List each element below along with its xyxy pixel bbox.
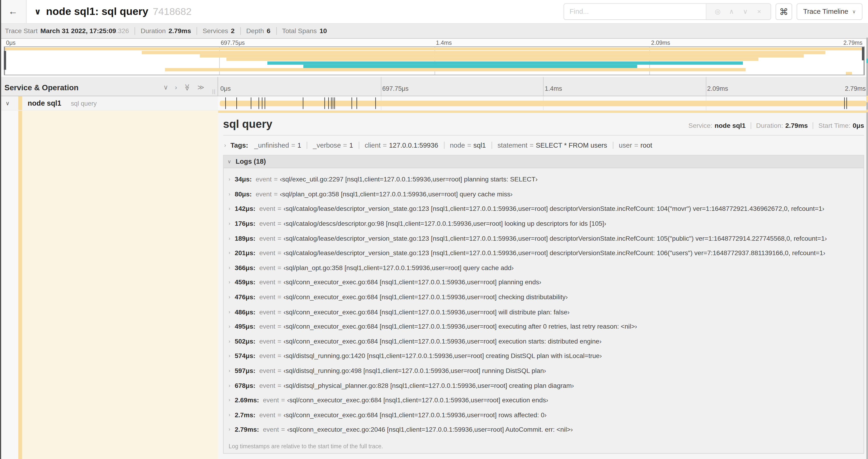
- service-operation-label: Service & Operation: [4, 83, 79, 92]
- log-timestamp: 80μs:: [235, 190, 252, 198]
- left-scrubber[interactable]: [4, 47, 5, 75]
- log-equals: =: [277, 234, 281, 242]
- log-row[interactable]: ›2.79ms:event=‹sql/conn_executor_exec.go…: [223, 422, 864, 437]
- log-equals: =: [277, 278, 281, 286]
- trace-stat-total-spans: Total Spans10: [282, 27, 327, 35]
- chevron-right-icon: ›: [229, 236, 230, 241]
- back-button[interactable]: ←: [0, 0, 27, 23]
- tag-client: client=127.0.0.1:59936: [365, 141, 438, 149]
- log-key: event: [259, 205, 275, 213]
- log-row[interactable]: ›2.7ms:event=‹sql/conn_executor_exec.go:…: [223, 407, 864, 422]
- minimap-tick-labels: 0μs697.75μs1.4ms2.09ms2.79ms: [4, 39, 865, 46]
- right-scrubber-handle[interactable]: [862, 47, 864, 60]
- span-detail-header[interactable]: sql query Service:node sql1Duration:2.79…: [223, 118, 864, 131]
- keyboard-shortcuts-button[interactable]: ⌘: [776, 3, 792, 20]
- log-row[interactable]: ›476μs:event=‹sql/conn_executor_exec.go:…: [223, 290, 864, 305]
- log-row[interactable]: ›502μs:event=‹sql/conn_executor_exec.go:…: [223, 334, 864, 349]
- log-row[interactable]: ›597μs:event=‹sql/distsql_running.go:498…: [223, 363, 864, 378]
- prev-result-icon[interactable]: ∧: [724, 8, 738, 15]
- log-value: ‹sql/conn_executor_exec.go:684 [nsql1,cl…: [283, 323, 637, 330]
- log-marker: [261, 97, 262, 109]
- chevron-right-icon: ›: [229, 221, 230, 226]
- log-row[interactable]: ›201μs:event=‹sql/catalog/lease/descript…: [223, 245, 864, 260]
- span-detail-row: sql query Service:node sql1Duration:2.79…: [0, 110, 868, 459]
- log-row[interactable]: ›486μs:event=‹sql/conn_executor_exec.go:…: [223, 305, 864, 319]
- log-row[interactable]: ›678μs:event=‹sql/distsql_physical_plann…: [223, 378, 864, 393]
- tick-label: 0μs: [220, 85, 231, 92]
- minimap-span-bar: [142, 51, 825, 54]
- log-row[interactable]: ›34μs:event=‹sql/exec_util.go:2297 [nsql…: [223, 172, 864, 187]
- divider: [240, 27, 241, 35]
- log-equals: =: [281, 426, 285, 433]
- log-timestamp: 459μs:: [235, 278, 255, 286]
- log-key: event: [259, 337, 275, 345]
- log-row[interactable]: ›574μs:event=‹sql/distsql_running.go:142…: [223, 349, 864, 363]
- tags-row[interactable]: › Tags: _unfinished=1_verbose=1client=12…: [223, 138, 864, 152]
- right-scrubber[interactable]: [864, 47, 864, 75]
- log-key: event: [256, 190, 272, 198]
- log-row[interactable]: ›189μs:event=‹sql/catalog/lease/descript…: [223, 231, 864, 245]
- log-timestamp: 574μs:: [235, 352, 255, 360]
- log-row[interactable]: ›459μs:event=‹sql/conn_executor_exec.go:…: [223, 275, 864, 290]
- log-row[interactable]: ›495μs:event=‹sql/conn_executor_exec.go:…: [223, 319, 864, 334]
- log-marker: [331, 97, 331, 109]
- clear-search-icon[interactable]: ×: [752, 8, 766, 15]
- log-equals: =: [277, 308, 281, 316]
- log-marker: [303, 97, 303, 109]
- divider: [135, 27, 135, 35]
- logs-section: ∨ Logs (18) ›34μs:event=‹sql/exec_util.g…: [223, 155, 864, 453]
- minimap-span-bar: [226, 58, 758, 61]
- log-row[interactable]: ›366μs:event=‹sql/plan_opt.go:358 [nsql1…: [223, 260, 864, 275]
- log-marker: [844, 97, 845, 109]
- log-row[interactable]: ›2.69ms:event=‹sql/conn_executor_exec.go…: [223, 393, 864, 407]
- column-resizer-handle[interactable]: ||: [212, 89, 216, 94]
- span-id-row: SpanID: 4877749850101760812: [223, 454, 864, 459]
- log-row[interactable]: ›80μs:event=‹sql/plan_opt.go:358 [nsql1,…: [223, 187, 864, 201]
- span-detail-left-column: [0, 110, 218, 459]
- log-timestamp: 502μs:: [235, 337, 255, 345]
- expand-all-icon[interactable]: ≫: [197, 84, 205, 91]
- collapse-all-icon[interactable]: ≫: [184, 84, 190, 91]
- find-input[interactable]: [564, 4, 706, 19]
- trace-view-select[interactable]: Trace Timeline ∨: [797, 3, 863, 20]
- log-equals: =: [277, 337, 281, 345]
- span-detail-title: sql query: [223, 118, 272, 131]
- trace-stat-trace-start: Trace StartMarch 31 2022, 17:25:09.326: [5, 27, 129, 35]
- log-key: event: [259, 234, 275, 242]
- log-row[interactable]: ›176μs:event=‹sql/catalog/descs/descript…: [223, 216, 864, 231]
- chevron-right-icon: ›: [229, 265, 230, 270]
- log-marker: [335, 97, 335, 109]
- span-duration-bar[interactable]: [220, 101, 866, 106]
- tag-statement: statement=SELECT * FROM users: [497, 141, 607, 149]
- logs-header[interactable]: ∨ Logs (18): [223, 156, 864, 168]
- span-timeline-cell[interactable]: [218, 96, 868, 110]
- window-right-edge[interactable]: [866, 38, 868, 459]
- divider: [223, 135, 864, 135]
- log-equals: =: [277, 249, 281, 257]
- next-result-icon[interactable]: ∨: [739, 8, 752, 15]
- log-value: ‹sql/plan_opt.go:358 [nsql1,client=127.0…: [283, 264, 514, 271]
- meta-value: node sql1: [714, 122, 745, 129]
- expand-one-icon[interactable]: ›: [175, 84, 177, 91]
- left-scrubber-handle[interactable]: [4, 51, 6, 70]
- span-rows: ∨ node sql1 sql query sql query Service:…: [0, 96, 868, 459]
- trace-collapse-chevron-icon[interactable]: ∨: [34, 6, 41, 17]
- log-timestamp: 678μs:: [235, 382, 255, 389]
- log-row[interactable]: ›142μs:event=‹sql/catalog/lease/descript…: [223, 201, 864, 216]
- log-key: event: [259, 352, 275, 360]
- chevron-right-icon: ›: [229, 383, 230, 388]
- divider: [751, 122, 751, 129]
- locate-icon[interactable]: ◎: [711, 8, 724, 15]
- log-marker: [258, 97, 259, 109]
- span-name-cell[interactable]: ∨ node sql1 sql query: [0, 96, 218, 110]
- minimap-span-bar: [846, 72, 852, 75]
- collapse-one-icon[interactable]: ∨: [163, 84, 168, 91]
- span-collapse-chevron-icon[interactable]: ∨: [6, 100, 9, 106]
- minimap-canvas[interactable]: [4, 46, 865, 75]
- span-row[interactable]: ∨ node sql1 sql query: [0, 96, 868, 111]
- log-value: ‹sql/conn_executor_exec.go:684 [nsql1,cl…: [283, 308, 569, 316]
- tag-_verbose: _verbose=1: [313, 141, 353, 149]
- gridline: [380, 77, 381, 96]
- meta-label: Duration:: [756, 122, 783, 129]
- span-detail-bar: [218, 110, 866, 113]
